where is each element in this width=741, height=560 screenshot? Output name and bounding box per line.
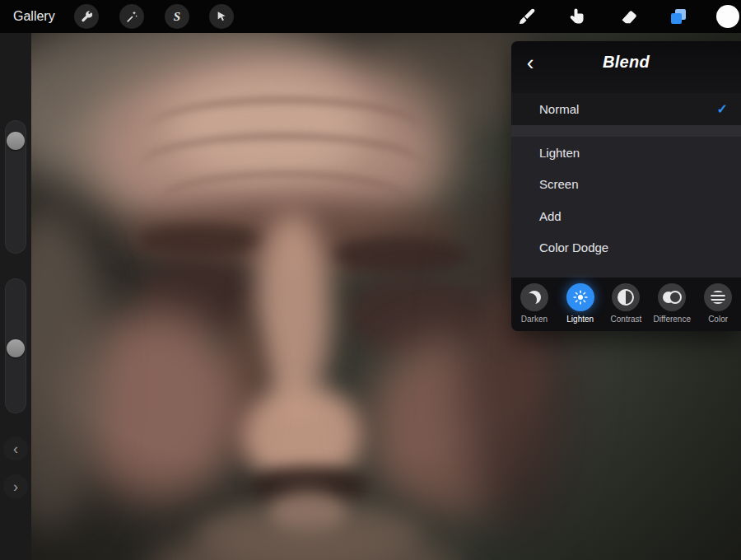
category-difference-circle (658, 283, 686, 311)
blend-panel-header: ‹ Blend (511, 41, 741, 93)
brush-size-slider[interactable] (5, 120, 26, 254)
brush-opacity-slider-knob[interactable] (7, 339, 25, 357)
blend-mode-label: Color Dodge (539, 240, 608, 254)
brush-tool-button[interactable] (515, 4, 539, 29)
undo-button[interactable]: ‹ (3, 436, 28, 461)
category-label: Difference (654, 315, 691, 324)
blend-panel: ‹ Blend Normal ✓ Lighten Screen Add Colo… (511, 41, 741, 331)
blend-mode-label: Normal (539, 102, 579, 116)
gallery-button[interactable]: Gallery (13, 0, 55, 33)
smudge-icon (567, 7, 587, 26)
category-color-circle (704, 283, 732, 311)
blend-mode-label: Lighten (539, 146, 580, 160)
blend-mode-label: Screen (539, 177, 579, 191)
sun-icon (573, 290, 588, 305)
top-toolbar: Gallery S (0, 0, 741, 33)
blend-mode-add[interactable]: Add (511, 200, 741, 232)
panel-separator (511, 125, 741, 137)
category-label: Color (708, 315, 728, 324)
color-stripes-icon (711, 291, 725, 304)
back-button[interactable]: ‹ (518, 50, 543, 75)
blend-mode-list: Lighten Screen Add Color Dodge (511, 137, 741, 278)
brush-opacity-slider[interactable] (5, 278, 26, 413)
moon-icon (528, 291, 541, 304)
layers-button[interactable] (666, 4, 691, 29)
blend-mode-normal[interactable]: Normal ✓ (511, 93, 741, 125)
contrast-icon (618, 289, 634, 306)
selection-icon: S (174, 11, 180, 23)
category-label: Contrast (611, 315, 642, 324)
blend-mode-label: Add (539, 209, 562, 223)
category-contrast-circle (612, 283, 640, 311)
redo-button[interactable]: › (3, 474, 28, 499)
wrench-icon (80, 10, 93, 23)
transform-icon (215, 10, 228, 23)
procreate-app: Gallery S (0, 0, 741, 560)
brush-icon (517, 7, 537, 26)
category-darken[interactable]: Darken (511, 278, 557, 324)
blend-mode-color-dodge[interactable]: Color Dodge (511, 232, 741, 264)
blend-mode-lighten[interactable]: Lighten (511, 137, 741, 169)
undo-chevron-icon: ‹ (13, 441, 18, 457)
category-contrast[interactable]: Contrast (604, 278, 649, 324)
category-darken-circle (520, 283, 548, 311)
difference-icon (663, 291, 681, 304)
category-lighten-circle (566, 283, 594, 311)
category-lighten[interactable]: Lighten (557, 278, 603, 324)
selection-button[interactable]: S (165, 4, 189, 29)
panel-title: Blend (511, 53, 741, 72)
redo-chevron-icon: › (13, 478, 18, 495)
category-label: Darken (521, 315, 548, 324)
left-sidebar: ‹ › (0, 33, 31, 560)
brush-size-slider-knob[interactable] (7, 132, 25, 150)
actions-button[interactable] (74, 4, 99, 29)
adjustments-button[interactable] (119, 4, 144, 29)
color-swatch-button[interactable] (716, 5, 739, 28)
transform-button[interactable] (209, 4, 234, 29)
back-chevron-icon: ‹ (527, 50, 534, 75)
smudge-tool-button[interactable] (565, 4, 590, 29)
category-difference[interactable]: Difference (650, 278, 695, 324)
blend-category-bar: Darken Lighten (511, 278, 741, 331)
layers-icon (669, 7, 688, 26)
checkmark-icon: ✓ (717, 101, 728, 117)
blend-mode-screen[interactable]: Screen (511, 169, 741, 201)
category-label: Lighten (566, 315, 594, 324)
eraser-icon (619, 7, 639, 26)
magic-wand-icon (125, 10, 138, 23)
category-color[interactable]: Color (696, 278, 741, 324)
eraser-tool-button[interactable] (617, 4, 641, 29)
